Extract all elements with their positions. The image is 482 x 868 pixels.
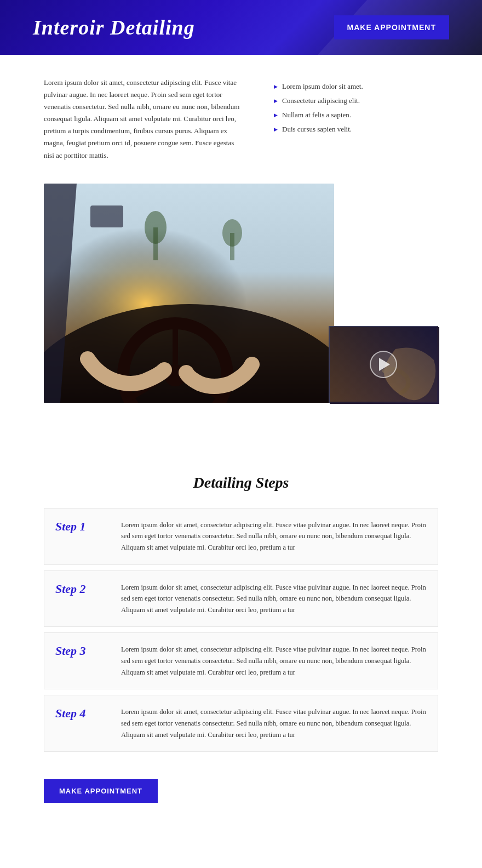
list-item: Lorem ipsum dolor sit amet. [274, 79, 438, 94]
step-label: Step 3 [55, 644, 105, 658]
list-item: Duis cursus sapien velit. [274, 122, 438, 136]
step-label: Step 1 [55, 519, 105, 534]
step-label: Step 2 [55, 582, 105, 596]
step-text: Lorem ipsum dolor sit amet, consectetur … [121, 582, 427, 616]
step-row: Step 4 Lorem ipsum dolor sit amet, conse… [44, 695, 438, 752]
step-text: Lorem ipsum dolor sit amet, consectetur … [121, 706, 427, 740]
svg-rect-8 [90, 205, 123, 227]
svg-point-12 [222, 219, 242, 247]
car-interior-image [44, 184, 334, 403]
steps-title: Detailing Steps [44, 474, 438, 492]
image-section [0, 173, 482, 425]
play-button[interactable] [370, 351, 397, 378]
intro-bullets: Lorem ipsum dolor sit amet. Consectetur … [274, 77, 438, 162]
step-row: Step 2 Lorem ipsum dolor sit amet, conse… [44, 570, 438, 627]
svg-point-10 [145, 211, 167, 244]
list-item: Consectetur adipiscing elit. [274, 94, 438, 108]
video-thumbnail[interactable] [329, 326, 438, 403]
steps-cta-wrapper: Make Appointment [0, 768, 482, 825]
step-row: Step 3 Lorem ipsum dolor sit amet, conse… [44, 632, 438, 689]
steps-section: Detailing Steps Step 1 Lorem ipsum dolor… [0, 458, 482, 769]
page-title: Interoir Detailing [33, 15, 195, 39]
steps-make-appointment-button[interactable]: Make Appointment [44, 779, 158, 803]
intro-section: Lorem ipsum dolor sit amet, consectetur … [0, 55, 482, 173]
step-label: Step 4 [55, 706, 105, 721]
list-item: Nullam at felis a sapien. [274, 108, 438, 122]
intro-body: Lorem ipsum dolor sit amet, consectetur … [44, 77, 241, 162]
step-row: Step 1 Lorem ipsum dolor sit amet, conse… [44, 508, 438, 565]
step-text: Lorem ipsum dolor sit amet, consectetur … [121, 644, 427, 678]
intro-text-left: Lorem ipsum dolor sit amet, consectetur … [44, 77, 241, 162]
header-make-appointment-button[interactable]: Make Appointment [334, 15, 449, 39]
page-header: Interoir Detailing Make Appointment [0, 0, 482, 55]
bullet-list: Lorem ipsum dolor sit amet. Consectetur … [274, 79, 438, 136]
step-text: Lorem ipsum dolor sit amet, consectetur … [121, 519, 427, 553]
